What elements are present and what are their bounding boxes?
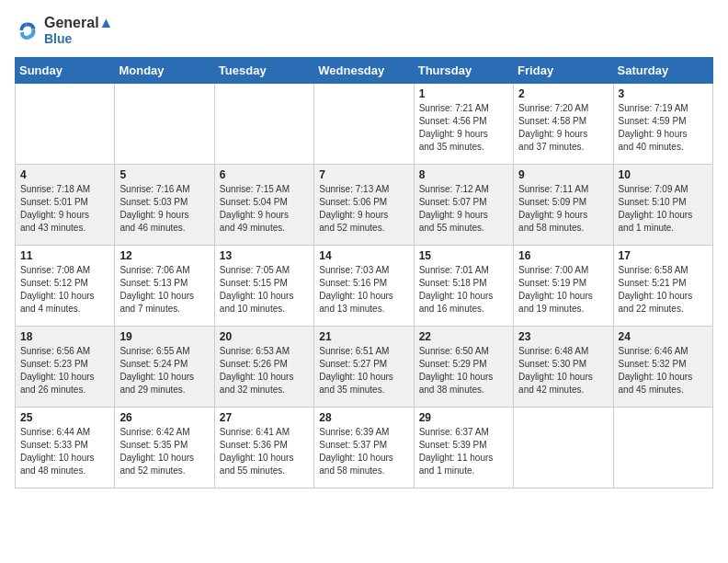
day-number: 22	[419, 330, 508, 343]
day-info: Sunrise: 7:20 AM Sunset: 4:58 PM Dayligh…	[518, 102, 608, 154]
day-number: 25	[20, 411, 109, 424]
day-number: 1	[419, 87, 508, 100]
page-header: General▲ Blue	[15, 15, 713, 46]
week-row-1: 1Sunrise: 7:21 AM Sunset: 4:56 PM Daylig…	[16, 84, 713, 165]
day-number: 28	[319, 411, 408, 424]
header-thursday: Thursday	[414, 58, 513, 84]
calendar-cell: 24Sunrise: 6:46 AM Sunset: 5:32 PM Dayli…	[613, 327, 712, 408]
header-row: SundayMondayTuesdayWednesdayThursdayFrid…	[16, 58, 713, 84]
day-number: 13	[220, 249, 309, 262]
week-row-5: 25Sunrise: 6:44 AM Sunset: 5:33 PM Dayli…	[16, 408, 713, 488]
day-number: 7	[319, 168, 408, 181]
week-row-3: 11Sunrise: 7:08 AM Sunset: 5:12 PM Dayli…	[16, 246, 713, 327]
day-number: 24	[619, 330, 708, 343]
day-info: Sunrise: 6:58 AM Sunset: 5:21 PM Dayligh…	[619, 264, 708, 316]
day-number: 20	[220, 330, 309, 343]
week-row-4: 18Sunrise: 6:56 AM Sunset: 5:23 PM Dayli…	[16, 327, 713, 408]
calendar-cell: 17Sunrise: 6:58 AM Sunset: 5:21 PM Dayli…	[613, 246, 712, 327]
calendar-cell: 6Sunrise: 7:15 AM Sunset: 5:04 PM Daylig…	[214, 165, 313, 246]
calendar-cell: 26Sunrise: 6:42 AM Sunset: 5:35 PM Dayli…	[115, 408, 214, 488]
calendar-cell: 28Sunrise: 6:39 AM Sunset: 5:37 PM Dayli…	[314, 408, 414, 488]
header-tuesday: Tuesday	[214, 58, 313, 84]
day-info: Sunrise: 6:51 AM Sunset: 5:27 PM Dayligh…	[319, 345, 408, 396]
calendar-cell	[16, 84, 115, 165]
day-info: Sunrise: 7:13 AM Sunset: 5:06 PM Dayligh…	[319, 183, 408, 235]
day-info: Sunrise: 7:05 AM Sunset: 5:15 PM Dayligh…	[220, 264, 309, 316]
day-info: Sunrise: 6:42 AM Sunset: 5:35 PM Dayligh…	[119, 426, 209, 477]
calendar-cell	[214, 84, 313, 165]
calendar-cell: 5Sunrise: 7:16 AM Sunset: 5:03 PM Daylig…	[115, 165, 214, 246]
day-info: Sunrise: 6:39 AM Sunset: 5:37 PM Dayligh…	[319, 426, 408, 477]
calendar-cell: 14Sunrise: 7:03 AM Sunset: 5:16 PM Dayli…	[314, 246, 414, 327]
day-info: Sunrise: 7:06 AM Sunset: 5:13 PM Dayligh…	[119, 264, 209, 316]
calendar-cell: 29Sunrise: 6:37 AM Sunset: 5:39 PM Dayli…	[414, 408, 513, 488]
calendar-cell: 12Sunrise: 7:06 AM Sunset: 5:13 PM Dayli…	[115, 246, 214, 327]
day-info: Sunrise: 6:44 AM Sunset: 5:33 PM Dayligh…	[20, 426, 109, 477]
calendar-cell: 18Sunrise: 6:56 AM Sunset: 5:23 PM Dayli…	[16, 327, 115, 408]
calendar-cell: 23Sunrise: 6:48 AM Sunset: 5:30 PM Dayli…	[514, 327, 613, 408]
day-number: 11	[20, 249, 109, 262]
calendar-cell: 9Sunrise: 7:11 AM Sunset: 5:09 PM Daylig…	[514, 165, 613, 246]
header-monday: Monday	[115, 58, 214, 84]
day-info: Sunrise: 6:50 AM Sunset: 5:29 PM Dayligh…	[419, 345, 508, 396]
calendar-cell: 19Sunrise: 6:55 AM Sunset: 5:24 PM Dayli…	[115, 327, 214, 408]
calendar-cell: 22Sunrise: 6:50 AM Sunset: 5:29 PM Dayli…	[414, 327, 513, 408]
day-number: 23	[518, 330, 608, 343]
day-number: 26	[119, 411, 209, 424]
header-sunday: Sunday	[16, 58, 115, 84]
calendar-cell: 11Sunrise: 7:08 AM Sunset: 5:12 PM Dayli…	[16, 246, 115, 327]
day-number: 9	[518, 168, 608, 181]
day-info: Sunrise: 7:19 AM Sunset: 4:59 PM Dayligh…	[619, 102, 708, 154]
day-info: Sunrise: 7:09 AM Sunset: 5:10 PM Dayligh…	[619, 183, 708, 235]
day-info: Sunrise: 7:15 AM Sunset: 5:04 PM Dayligh…	[220, 183, 309, 235]
week-row-2: 4Sunrise: 7:18 AM Sunset: 5:01 PM Daylig…	[16, 165, 713, 246]
day-info: Sunrise: 7:03 AM Sunset: 5:16 PM Dayligh…	[319, 264, 408, 316]
day-info: Sunrise: 6:55 AM Sunset: 5:24 PM Dayligh…	[119, 345, 209, 396]
logo-icon	[15, 17, 40, 43]
logo-text: General▲ Blue	[44, 15, 113, 46]
day-number: 16	[518, 249, 608, 262]
day-number: 18	[20, 330, 109, 343]
day-number: 10	[619, 168, 708, 181]
day-info: Sunrise: 6:41 AM Sunset: 5:36 PM Dayligh…	[220, 426, 309, 477]
day-number: 15	[419, 249, 508, 262]
day-info: Sunrise: 7:18 AM Sunset: 5:01 PM Dayligh…	[20, 183, 109, 235]
calendar-cell: 25Sunrise: 6:44 AM Sunset: 5:33 PM Dayli…	[16, 408, 115, 488]
calendar-cell: 2Sunrise: 7:20 AM Sunset: 4:58 PM Daylig…	[514, 84, 613, 165]
day-info: Sunrise: 7:08 AM Sunset: 5:12 PM Dayligh…	[20, 264, 109, 316]
calendar-cell	[514, 408, 613, 488]
day-info: Sunrise: 7:16 AM Sunset: 5:03 PM Dayligh…	[119, 183, 209, 235]
calendar-cell	[613, 408, 712, 488]
calendar-cell: 21Sunrise: 6:51 AM Sunset: 5:27 PM Dayli…	[314, 327, 414, 408]
day-number: 29	[419, 411, 508, 424]
calendar-cell: 4Sunrise: 7:18 AM Sunset: 5:01 PM Daylig…	[16, 165, 115, 246]
day-number: 6	[220, 168, 309, 181]
day-number: 14	[319, 249, 408, 262]
day-info: Sunrise: 6:48 AM Sunset: 5:30 PM Dayligh…	[518, 345, 608, 396]
day-number: 12	[119, 249, 209, 262]
day-info: Sunrise: 7:00 AM Sunset: 5:19 PM Dayligh…	[518, 264, 608, 316]
day-number: 4	[20, 168, 109, 181]
day-info: Sunrise: 7:21 AM Sunset: 4:56 PM Dayligh…	[419, 102, 508, 154]
day-info: Sunrise: 7:12 AM Sunset: 5:07 PM Dayligh…	[419, 183, 508, 235]
calendar-cell: 1Sunrise: 7:21 AM Sunset: 4:56 PM Daylig…	[414, 84, 513, 165]
day-number: 19	[119, 330, 209, 343]
day-number: 21	[319, 330, 408, 343]
header-friday: Friday	[514, 58, 613, 84]
calendar-cell	[115, 84, 214, 165]
calendar-cell: 3Sunrise: 7:19 AM Sunset: 4:59 PM Daylig…	[613, 84, 712, 165]
calendar-cell: 8Sunrise: 7:12 AM Sunset: 5:07 PM Daylig…	[414, 165, 513, 246]
header-wednesday: Wednesday	[314, 58, 414, 84]
day-number: 5	[119, 168, 209, 181]
calendar-cell: 15Sunrise: 7:01 AM Sunset: 5:18 PM Dayli…	[414, 246, 513, 327]
day-info: Sunrise: 6:37 AM Sunset: 5:39 PM Dayligh…	[419, 426, 508, 477]
day-number: 8	[419, 168, 508, 181]
day-info: Sunrise: 7:01 AM Sunset: 5:18 PM Dayligh…	[419, 264, 508, 316]
day-number: 17	[619, 249, 708, 262]
header-saturday: Saturday	[613, 58, 712, 84]
calendar-cell: 10Sunrise: 7:09 AM Sunset: 5:10 PM Dayli…	[613, 165, 712, 246]
day-info: Sunrise: 6:53 AM Sunset: 5:26 PM Dayligh…	[220, 345, 309, 396]
calendar-cell: 13Sunrise: 7:05 AM Sunset: 5:15 PM Dayli…	[214, 246, 313, 327]
day-number: 27	[220, 411, 309, 424]
day-info: Sunrise: 6:46 AM Sunset: 5:32 PM Dayligh…	[619, 345, 708, 396]
